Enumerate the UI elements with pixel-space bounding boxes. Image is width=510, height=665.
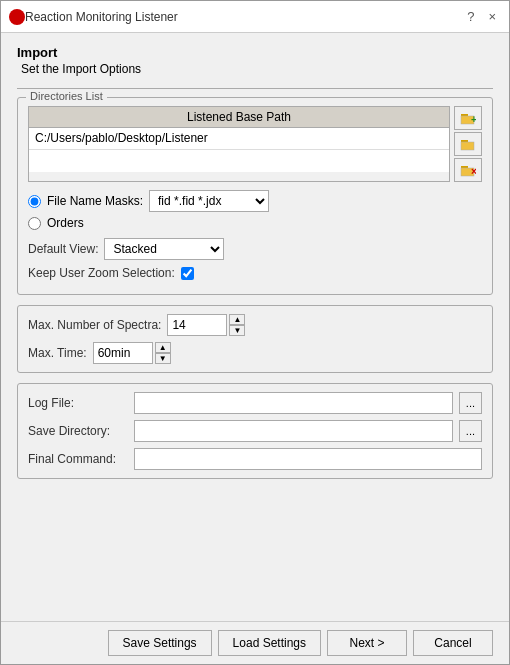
- save-dir-input[interactable]: [134, 420, 453, 442]
- title-bar-controls: ? ×: [462, 8, 501, 25]
- svg-rect-5: [461, 166, 468, 168]
- final-cmd-row: Final Command:: [28, 448, 482, 470]
- directories-group: Directories List Listened Base Path C:/U…: [17, 97, 493, 295]
- help-button[interactable]: ?: [462, 8, 479, 25]
- directories-table-container: Listened Base Path C:/Users/pablo/Deskto…: [28, 106, 482, 182]
- log-file-row: Log File: ...: [28, 392, 482, 414]
- keep-zoom-checkbox[interactable]: [181, 267, 194, 280]
- table-row[interactable]: C:/Users/pablo/Desktop/Listener: [29, 128, 449, 150]
- side-buttons: + ×: [454, 106, 482, 182]
- save-dir-label: Save Directory:: [28, 424, 128, 438]
- section-header: Import: [17, 45, 493, 60]
- max-spectra-up[interactable]: ▲: [229, 314, 245, 325]
- default-view-label: Default View:: [28, 242, 98, 256]
- keep-zoom-label: Keep User Zoom Selection:: [28, 266, 175, 280]
- log-file-browse[interactable]: ...: [459, 392, 482, 414]
- load-settings-button[interactable]: Load Settings: [218, 630, 321, 656]
- svg-text:×: ×: [471, 166, 476, 177]
- file-group: Log File: ... Save Directory: ... Final …: [17, 383, 493, 479]
- browse-path-button[interactable]: [454, 132, 482, 156]
- max-time-spinner: 60min ▲ ▼: [93, 342, 171, 364]
- save-dir-browse[interactable]: ...: [459, 420, 482, 442]
- window-title: Reaction Monitoring Listener: [25, 10, 462, 24]
- app-icon: [9, 9, 25, 25]
- default-view-select[interactable]: Stacked Overlay Single: [104, 238, 224, 260]
- max-spectra-spinner: 14 ▲ ▼: [167, 314, 245, 336]
- svg-rect-0: [461, 114, 468, 116]
- table-row-empty: [29, 150, 449, 172]
- header-divider: [17, 88, 493, 89]
- file-mask-radio[interactable]: [28, 195, 41, 208]
- save-settings-button[interactable]: Save Settings: [108, 630, 212, 656]
- orders-radio[interactable]: [28, 217, 41, 230]
- close-button[interactable]: ×: [483, 8, 501, 25]
- add-path-button[interactable]: +: [454, 106, 482, 130]
- directories-group-title: Directories List: [26, 90, 107, 102]
- log-file-input[interactable]: [134, 392, 453, 414]
- file-mask-row: File Name Masks: fid *.fid *.jdx: [28, 190, 482, 212]
- next-button[interactable]: Next >: [327, 630, 407, 656]
- save-dir-row: Save Directory: ...: [28, 420, 482, 442]
- title-bar: Reaction Monitoring Listener ? ×: [1, 1, 509, 33]
- max-spectra-label: Max. Number of Spectra:: [28, 318, 161, 332]
- file-mask-label: File Name Masks:: [47, 194, 143, 208]
- keep-zoom-row: Keep User Zoom Selection:: [28, 266, 482, 280]
- max-spectra-input[interactable]: 14: [167, 314, 227, 336]
- max-spectra-arrows: ▲ ▼: [229, 314, 245, 336]
- svg-rect-3: [461, 140, 468, 142]
- default-view-row: Default View: Stacked Overlay Single: [28, 238, 482, 260]
- max-spectra-down[interactable]: ▼: [229, 325, 245, 336]
- final-cmd-input[interactable]: [134, 448, 482, 470]
- cancel-button[interactable]: Cancel: [413, 630, 493, 656]
- file-mask-select[interactable]: fid *.fid *.jdx: [149, 190, 269, 212]
- final-cmd-label: Final Command:: [28, 452, 128, 466]
- max-time-label: Max. Time:: [28, 346, 87, 360]
- directories-table: Listened Base Path C:/Users/pablo/Deskto…: [28, 106, 450, 182]
- orders-label: Orders: [47, 216, 84, 230]
- max-time-up[interactable]: ▲: [155, 342, 171, 353]
- max-time-row: Max. Time: 60min ▲ ▼: [28, 342, 482, 364]
- orders-row: Orders: [28, 216, 482, 230]
- max-time-down[interactable]: ▼: [155, 353, 171, 364]
- max-time-input[interactable]: 60min: [93, 342, 153, 364]
- main-window: Reaction Monitoring Listener ? × Import …: [0, 0, 510, 665]
- section-subtitle: Set the Import Options: [21, 62, 493, 76]
- table-header: Listened Base Path: [29, 107, 449, 128]
- radio-group: File Name Masks: fid *.fid *.jdx Orders: [28, 190, 482, 230]
- svg-rect-4: [461, 142, 474, 150]
- bottom-bar: Save Settings Load Settings Next > Cance…: [1, 621, 509, 664]
- svg-text:+: +: [471, 114, 476, 125]
- content-area: Import Set the Import Options Directorie…: [1, 33, 509, 621]
- remove-path-button[interactable]: ×: [454, 158, 482, 182]
- max-time-arrows: ▲ ▼: [155, 342, 171, 364]
- limits-group: Max. Number of Spectra: 14 ▲ ▼ Max. Time…: [17, 305, 493, 373]
- log-file-label: Log File:: [28, 396, 128, 410]
- section-title: Import: [17, 45, 57, 60]
- max-spectra-row: Max. Number of Spectra: 14 ▲ ▼: [28, 314, 482, 336]
